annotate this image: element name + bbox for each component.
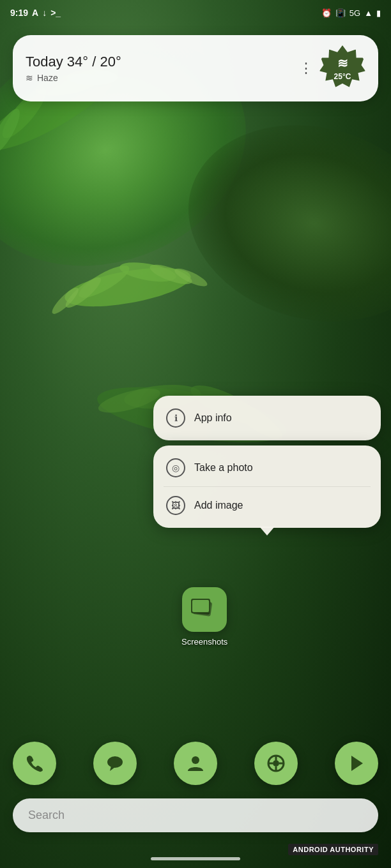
screenshots-svg-icon: [191, 596, 218, 623]
vibrate-icon: 📳: [335, 8, 346, 18]
context-menu: ℹ App info ◎ Take a photo 🖼 Add image: [153, 396, 381, 528]
add-image-menu-item[interactable]: 🖼 Add image: [153, 487, 381, 524]
screenshots-app-container[interactable]: Screenshots: [181, 587, 227, 647]
haze-icon: ≋: [26, 73, 33, 83]
context-menu-top: ℹ App info: [153, 396, 381, 440]
search-placeholder: Search: [28, 809, 65, 821]
add-image-label: Add image: [194, 500, 243, 511]
terminal-icon: >_: [50, 8, 61, 18]
svg-rect-20: [192, 600, 209, 612]
play-store-dock-icon[interactable]: [335, 742, 378, 785]
download-icon: ↓: [42, 8, 47, 18]
weather-current-temp: 25°C: [334, 72, 351, 81]
signal-icon: ▲: [364, 8, 372, 18]
alarm-icon: ⏰: [321, 8, 332, 18]
status-indicator-a: A: [32, 8, 38, 18]
messages-dock-icon[interactable]: [93, 742, 137, 785]
svg-point-23: [192, 756, 199, 764]
status-left: 9:19 A ↓ >_: [10, 8, 61, 18]
app-dock: [13, 742, 378, 785]
weather-widget[interactable]: Today 34° / 20° ≋ Haze ⋮ ≋ 25°C: [13, 35, 378, 101]
weather-condition: ≋ Haze: [26, 73, 293, 83]
android-authority-watermark: ANDROID AUTHORITY: [288, 844, 378, 855]
image-icon: 🖼: [166, 496, 185, 515]
svg-point-25: [273, 760, 279, 767]
info-icon: ℹ: [166, 408, 185, 428]
app-info-menu-item[interactable]: ℹ App info: [153, 400, 381, 437]
status-bar: 9:19 A ↓ >_ ⏰ 📳 5G ▲ ▮: [0, 0, 391, 26]
camera-icon: ◎: [166, 458, 185, 477]
app-info-label: App info: [194, 412, 232, 424]
weather-wave-icon: ≋: [337, 56, 348, 71]
screenshots-label: Screenshots: [181, 637, 227, 647]
home-indicator[interactable]: [151, 857, 240, 860]
contacts-dock-icon[interactable]: [174, 742, 217, 785]
chrome-dock-icon[interactable]: [254, 742, 298, 785]
weather-temp-range: Today 34° / 20°: [26, 54, 293, 70]
network-type: 5G: [349, 8, 360, 18]
weather-info: Today 34° / 20° ≋ Haze: [26, 54, 293, 83]
weather-current-badge: ≋ 25°C: [319, 45, 365, 91]
battery-icon: ▮: [376, 8, 381, 18]
status-right: ⏰ 📳 5G ▲ ▮: [321, 8, 381, 18]
context-menu-bottom: ◎ Take a photo 🖼 Add image: [153, 445, 381, 528]
svg-point-21: [107, 756, 123, 768]
time-display: 9:19: [10, 8, 28, 18]
take-photo-menu-item[interactable]: ◎ Take a photo: [153, 449, 381, 486]
condition-label: Haze: [37, 73, 58, 83]
weather-menu-button[interactable]: ⋮: [293, 60, 319, 77]
take-photo-label: Take a photo: [194, 462, 253, 474]
phone-dock-icon[interactable]: [13, 742, 56, 785]
svg-marker-30: [351, 756, 363, 771]
screenshots-icon[interactable]: [182, 587, 227, 632]
search-bar[interactable]: Search: [13, 798, 378, 832]
